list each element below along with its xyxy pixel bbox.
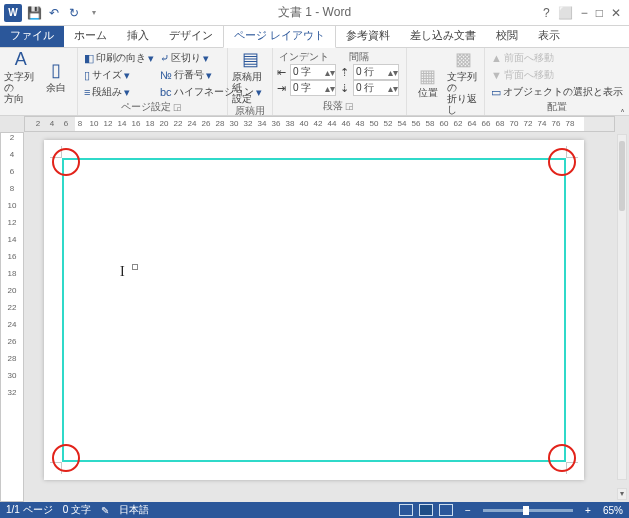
vertical-ruler[interactable]: 2468101214161820222426283032 <box>0 132 24 502</box>
indent-left-icon: ⇤ <box>277 66 286 79</box>
status-page[interactable]: 1/1 ページ <box>6 503 53 517</box>
tab-6[interactable]: 校閲 <box>486 25 528 47</box>
size-label: サイズ <box>92 68 122 82</box>
paragraph-group-label: 段落 <box>323 100 343 111</box>
page[interactable] <box>44 140 584 480</box>
tab-3[interactable]: ページ レイアウト <box>223 24 336 48</box>
status-word-count[interactable]: 0 文字 <box>63 503 91 517</box>
tab-5[interactable]: 差し込み文書 <box>400 25 486 47</box>
hruler-tick: 60 <box>437 119 451 128</box>
text-direction-button[interactable]: A 文字列の 方向 <box>4 50 38 104</box>
view-read-mode[interactable] <box>399 504 413 516</box>
hruler-tick: 44 <box>325 119 339 128</box>
paragraph-dialog-launcher[interactable]: ◲ <box>345 101 356 111</box>
text-direction-label: 文字列の 方向 <box>4 71 38 104</box>
view-web-layout[interactable] <box>439 504 453 516</box>
hruler-tick: 38 <box>283 119 297 128</box>
vruler-tick: 30 <box>1 371 23 388</box>
manuscript-settings-button[interactable]: ▤ 原稿用紙 設定 <box>232 50 268 104</box>
ribbon: A 文字列の 方向 ▯ 余白 ◧印刷の向き▾ ▯サイズ▾ ≡段組み▾ ⤶区切り▾… <box>0 48 629 116</box>
status-proofing-icon[interactable]: ✎ <box>101 505 109 516</box>
status-language[interactable]: 日本語 <box>119 503 149 517</box>
page-setup-group-label: ページ設定 <box>121 101 171 112</box>
hruler-tick: 62 <box>451 119 465 128</box>
tab-1[interactable]: 挿入 <box>117 25 159 47</box>
selection-pane-button[interactable]: ▭オブジェクトの選択と表示 <box>489 84 625 100</box>
size-button[interactable]: ▯サイズ▾ <box>82 67 156 83</box>
tab-file[interactable]: ファイル <box>0 25 64 47</box>
arrange-group-label: 配置 <box>489 100 625 114</box>
hruler-tick: 56 <box>409 119 423 128</box>
scrollbar-thumb[interactable] <box>619 141 625 211</box>
help-button[interactable]: ? <box>543 6 550 20</box>
hruler-tick: 74 <box>535 119 549 128</box>
hruler-tick: 50 <box>367 119 381 128</box>
maximize-button[interactable]: □ <box>596 6 603 20</box>
hruler-tick: 20 <box>157 119 171 128</box>
vruler-tick: 26 <box>1 337 23 354</box>
manuscript-icon: ▤ <box>242 50 259 70</box>
minimize-button[interactable]: − <box>581 6 588 20</box>
vruler-tick: 16 <box>1 252 23 269</box>
vertical-scrollbar[interactable] <box>617 134 627 480</box>
margins-button[interactable]: ▯ 余白 <box>40 50 74 104</box>
send-backward-icon: ▼ <box>491 69 502 81</box>
position-button: ▦ 位置 <box>411 50 445 115</box>
selection-pane-icon: ▭ <box>491 86 501 99</box>
indent-right-input[interactable]: 0 字▴▾ <box>290 80 336 96</box>
wrap-icon: ▩ <box>455 50 472 70</box>
vruler-tick: 22 <box>1 303 23 320</box>
horizontal-ruler[interactable]: 2468101214161820222426283032343638404244… <box>24 116 615 132</box>
hruler-tick: 28 <box>213 119 227 128</box>
vruler-tick: 8 <box>1 184 23 201</box>
hruler-tick: 26 <box>199 119 213 128</box>
manuscript-label: 原稿用紙 設定 <box>232 71 268 104</box>
spacing-before-input[interactable]: 0 行▴▾ <box>353 64 399 80</box>
page-setup-dialog-launcher[interactable]: ◲ <box>173 102 184 112</box>
zoom-out-button[interactable]: − <box>463 505 473 516</box>
tab-0[interactable]: ホーム <box>64 25 117 47</box>
zoom-in-button[interactable]: + <box>583 505 593 516</box>
hruler-tick: 8 <box>73 119 87 128</box>
hruler-tick: 48 <box>353 119 367 128</box>
indent-left-input[interactable]: 0 字▴▾ <box>290 64 336 80</box>
orientation-label: 印刷の向き <box>96 51 146 65</box>
orientation-icon: ◧ <box>84 52 94 65</box>
tab-2[interactable]: デザイン <box>159 25 223 47</box>
tab-7[interactable]: 表示 <box>528 25 570 47</box>
hruler-tick: 76 <box>549 119 563 128</box>
vruler-tick: 32 <box>1 388 23 405</box>
view-print-layout[interactable] <box>419 504 433 516</box>
zoom-level[interactable]: 65% <box>603 505 623 516</box>
indent-right-icon: ⇥ <box>277 82 286 95</box>
hruler-tick: 6 <box>59 119 73 128</box>
ribbon-tab-bar: ファイル ホーム挿入デザインページ レイアウト参考資料差し込み文書校閲表示 <box>0 26 629 48</box>
save-icon[interactable]: 💾 <box>26 5 42 21</box>
hruler-tick: 42 <box>311 119 325 128</box>
zoom-slider-handle[interactable] <box>523 506 529 515</box>
selection-pane-label: オブジェクトの選択と表示 <box>503 85 623 99</box>
spacing-before-icon: ⇡ <box>340 66 349 79</box>
indent-right-value: 0 字 <box>291 81 325 95</box>
columns-button[interactable]: ≡段組み▾ <box>82 84 156 100</box>
qat-customize-icon[interactable]: ▾ <box>86 5 102 21</box>
redo-icon[interactable]: ↻ <box>66 5 82 21</box>
undo-icon[interactable]: ↶ <box>46 5 62 21</box>
scroll-down-arrow[interactable]: ▾ <box>617 488 627 500</box>
spacing-after-input[interactable]: 0 行▴▾ <box>353 80 399 96</box>
breaks-label: 区切り <box>171 51 201 65</box>
orientation-button[interactable]: ◧印刷の向き▾ <box>82 50 156 66</box>
hruler-tick: 72 <box>521 119 535 128</box>
line-numbers-label: 行番号 <box>174 68 204 82</box>
position-label: 位置 <box>418 87 438 98</box>
close-button[interactable]: ✕ <box>611 6 621 20</box>
tab-4[interactable]: 参考資料 <box>336 25 400 47</box>
ribbon-display-options[interactable]: ⬜ <box>558 6 573 20</box>
indent-left-value: 0 字 <box>291 65 325 79</box>
indent-header: インデント <box>279 50 329 64</box>
zoom-slider[interactable] <box>483 509 573 512</box>
paragraph-mark-icon <box>132 264 138 270</box>
group-label-empty <box>4 104 73 115</box>
wrap-label: 文字列の 折り返し <box>447 71 481 115</box>
hruler-tick: 54 <box>395 119 409 128</box>
